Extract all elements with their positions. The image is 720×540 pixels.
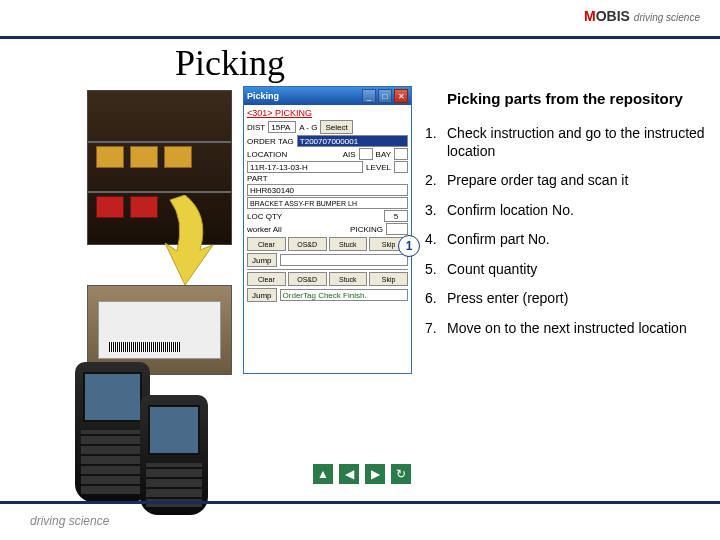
qty-field[interactable]: 5: [384, 210, 408, 222]
location-field[interactable]: 11R-17-13-03-H: [247, 161, 363, 173]
right-icon[interactable]: ▶: [365, 464, 385, 484]
handheld-scanner-image: [75, 362, 150, 502]
step-list: 1.Check instruction and go to the instru…: [425, 125, 705, 337]
part-no-field[interactable]: HHR630140: [247, 184, 408, 196]
list-item: 2.Prepare order tag and scan it: [425, 172, 705, 190]
clear-button[interactable]: Clear: [247, 237, 286, 251]
left-icon[interactable]: ◀: [339, 464, 359, 484]
list-item: 1.Check instruction and go to the instru…: [425, 125, 705, 160]
ais-field[interactable]: [359, 148, 373, 160]
dist-field[interactable]: 15PA: [268, 121, 296, 133]
skip-button-2[interactable]: Skip: [369, 272, 408, 286]
order-tag-field[interactable]: T200707000001: [297, 135, 408, 147]
window-titlebar: Picking _ □ ✕: [244, 87, 411, 105]
picking-field[interactable]: [386, 223, 408, 235]
header-rule: [0, 36, 720, 39]
level-field[interactable]: [394, 161, 408, 173]
list-item: 6.Press enter (report): [425, 290, 705, 308]
picking-app-window: Picking _ □ ✕ <301> PICKING DIST 15PA A …: [243, 86, 412, 374]
reload-icon[interactable]: ↻: [391, 464, 411, 484]
list-item: 4.Confirm part No.: [425, 231, 705, 249]
dist-label: DIST: [247, 123, 265, 132]
jump-button[interactable]: Jump: [247, 253, 277, 267]
order-label: ORDER TAG: [247, 137, 294, 146]
stuck-button[interactable]: Stuck: [329, 237, 368, 251]
list-item: 5.Count quantity: [425, 261, 705, 279]
part-name-field: BRACKET ASSY-FR BUMPER LH: [247, 197, 408, 209]
list-item: 7.Move on to the next instructed locatio…: [425, 320, 705, 338]
brand-logo: MMOBISOBIS driving science: [584, 8, 700, 24]
stuck-button-2[interactable]: Stuck: [329, 272, 368, 286]
minimize-icon[interactable]: _: [362, 89, 376, 103]
slide-nav: ▲ ◀ ▶ ↻: [313, 464, 411, 484]
subtitle: Picking parts from the repository: [425, 90, 705, 107]
osd-button-2[interactable]: OS&D: [288, 272, 327, 286]
range-label: A - G: [299, 123, 317, 132]
handheld-scanner-image-2: [140, 395, 208, 515]
callout-bubble: 1: [398, 235, 420, 257]
app-header: <301> PICKING: [247, 107, 408, 119]
bay-field[interactable]: [394, 148, 408, 160]
list-item: 3.Confirm location No.: [425, 202, 705, 220]
jump-button-2[interactable]: Jump: [247, 288, 277, 302]
footer-text: driving science: [30, 514, 109, 528]
worker-label: worker All: [247, 225, 282, 234]
status-field: OrderTag Check Finish.: [280, 289, 408, 301]
select-button[interactable]: Select: [320, 120, 352, 134]
window-title: Picking: [247, 91, 360, 101]
clear-button-2[interactable]: Clear: [247, 272, 286, 286]
maximize-icon[interactable]: □: [378, 89, 392, 103]
footer-rule: [0, 501, 720, 504]
part-label: PART: [247, 174, 268, 183]
up-icon[interactable]: ▲: [313, 464, 333, 484]
close-icon[interactable]: ✕: [394, 89, 408, 103]
page-title: Picking: [175, 42, 285, 84]
osd-button[interactable]: OS&D: [288, 237, 327, 251]
location-label: LOCATION: [247, 150, 287, 159]
qty-label: LOC QTY: [247, 212, 282, 221]
arrow-down-graphic: [155, 195, 215, 285]
